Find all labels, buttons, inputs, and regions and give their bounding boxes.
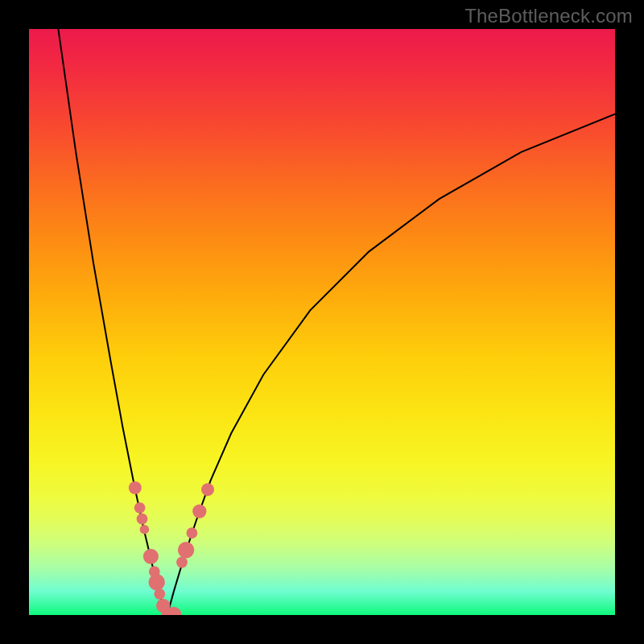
watermark-text: TheBottleneck.com — [464, 5, 633, 27]
data-marker — [137, 514, 148, 525]
right-curve — [167, 114, 615, 615]
data-marker — [176, 557, 188, 568]
data-marker — [143, 549, 159, 564]
plot-area — [29, 29, 615, 615]
data-marker — [192, 504, 206, 518]
data-marker — [178, 542, 194, 558]
data-marker — [129, 481, 142, 494]
data-marker — [154, 588, 165, 600]
data-marker — [134, 502, 146, 514]
chart-svg — [29, 29, 615, 615]
outer-frame: TheBottleneck.com — [0, 0, 644, 644]
left-curve — [58, 29, 167, 615]
data-marker — [201, 483, 214, 496]
data-marker — [187, 527, 198, 539]
data-marker — [149, 574, 165, 590]
marker-group — [129, 481, 214, 615]
data-marker — [140, 525, 150, 535]
